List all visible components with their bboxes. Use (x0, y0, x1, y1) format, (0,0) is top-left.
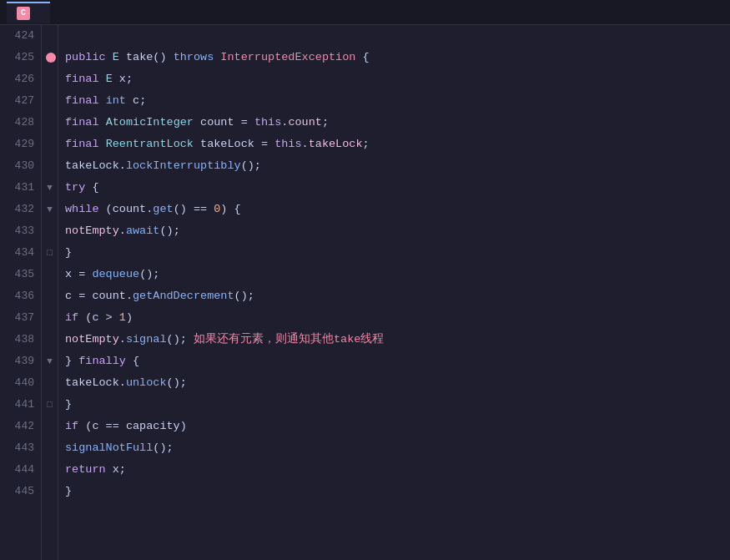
kw-token: final (65, 73, 99, 85)
line-number: 428 (7, 112, 34, 134)
kw-token: public (65, 51, 106, 63)
punct-token: ; (363, 138, 370, 150)
type-token: AtomicInteger (106, 116, 194, 129)
gutter-icon: □ (42, 242, 58, 264)
line-number: 437 (7, 307, 34, 329)
var-token: x; (113, 73, 133, 85)
kw-token: this (254, 116, 281, 129)
line-number: 436 (7, 285, 34, 307)
field-token: takeLock (309, 138, 363, 150)
punct-token: } (65, 246, 72, 259)
method-token: dequeue (92, 268, 139, 280)
code-line: } (65, 394, 730, 416)
punct-token: (); (159, 225, 179, 237)
code-line: c = count.getAndDecrement(); (65, 285, 730, 307)
fold-icon[interactable]: ▼ (47, 351, 53, 372)
line-number: 425 (7, 47, 34, 68)
gutter-icon: ▼ (42, 199, 58, 220)
gutter-icon (42, 459, 58, 481)
type-token: ReentrantLock (106, 138, 194, 150)
punct-token: { (85, 181, 98, 194)
method-token: signalNotFull (65, 441, 153, 454)
gutter-icon (42, 307, 58, 329)
var-token: takeLock = (194, 138, 274, 150)
gutter-icon (42, 155, 58, 177)
code-line: if (c > 1) (65, 307, 730, 329)
fold-icon[interactable]: ▼ (47, 199, 53, 220)
punct-token: (); (153, 441, 173, 454)
code-line: while (count.get() == 0) { (65, 199, 730, 220)
code-line (65, 25, 730, 47)
gutter-icon (42, 329, 58, 351)
text-token (99, 138, 106, 150)
punct-token: . (119, 225, 126, 237)
code-line: } (65, 481, 730, 502)
line-number: 443 (7, 437, 34, 459)
gutter-icon: □ (42, 394, 58, 416)
kw-token: return (65, 463, 106, 476)
punct-token: ) (126, 311, 133, 324)
chinese-comment-token: 如果还有元素，则通知其他take线程 (194, 333, 384, 346)
text-token (99, 73, 106, 85)
var-token: c = count. (65, 290, 133, 302)
kw-token: while (65, 203, 99, 215)
kw-token: final (65, 138, 99, 150)
code-line: takeLock.unlock(); (65, 372, 730, 394)
gutter-icon (42, 416, 58, 437)
gutter-icon (42, 437, 58, 459)
code-area[interactable]: public E take() throws InterruptedExcept… (58, 25, 730, 560)
text-token (106, 51, 113, 63)
punct-token: (); (241, 159, 261, 172)
line-number: 433 (7, 220, 34, 242)
gutter-icon (42, 112, 58, 134)
gutter-icon (42, 264, 58, 285)
field-token: notEmpty (65, 333, 119, 346)
gutter-icon (42, 25, 58, 47)
var-token: x; (106, 463, 126, 476)
var-token: (c == capacity) (78, 420, 187, 432)
line-number: 445 (7, 481, 34, 502)
code-line: if (c == capacity) (65, 416, 730, 437)
fold-icon[interactable]: □ (47, 394, 53, 416)
punct-token: } (65, 398, 72, 411)
punct-token: { (126, 355, 139, 367)
line-number: 434 (7, 242, 34, 264)
punct-token: (); (234, 290, 254, 302)
text-token (99, 94, 106, 107)
line-number: 432 (7, 199, 34, 220)
code-line: final int c; (65, 90, 730, 112)
var-token: count = (194, 116, 254, 129)
line-number: 444 (7, 459, 34, 481)
gutter-icon (42, 90, 58, 112)
gutter-icon: ▼ (42, 177, 58, 199)
line-number: 442 (7, 416, 34, 437)
code-line: public E take() throws InterruptedExcept… (65, 47, 730, 68)
code-line: final AtomicInteger count = this.count; (65, 112, 730, 134)
fold-icon[interactable]: □ (47, 242, 53, 264)
kw-token: this (274, 138, 301, 150)
method-token: lockInterruptibly (126, 159, 241, 172)
exception-token: InterruptedException (220, 51, 355, 63)
line-number: 429 (7, 134, 34, 155)
field-token: count (288, 116, 322, 129)
gutter-icon (42, 481, 58, 502)
punct-token: ; (322, 116, 329, 129)
line-numbers: 4244254264274284294304314324334344354364… (0, 25, 42, 560)
line-number: 435 (7, 264, 34, 285)
var-token: () == (174, 203, 214, 215)
line-number: 424 (7, 25, 34, 47)
kw-token: if (65, 311, 78, 324)
kw-token: final (65, 94, 99, 107)
var-token: c; (126, 94, 146, 107)
code-line: x = dequeue(); (65, 264, 730, 285)
file-type-icon: C (17, 7, 30, 20)
gutter-icon (42, 68, 58, 90)
fold-icon[interactable]: ▼ (47, 177, 53, 199)
code-line: } (65, 242, 730, 264)
var-token: (c > (78, 311, 119, 324)
gutter: ▼▼□▼□ (42, 25, 58, 560)
kw-token: if (65, 420, 78, 432)
title-bar: C (0, 0, 730, 25)
file-tab[interactable]: C (7, 2, 50, 23)
gutter-icon: ▼ (42, 351, 58, 372)
